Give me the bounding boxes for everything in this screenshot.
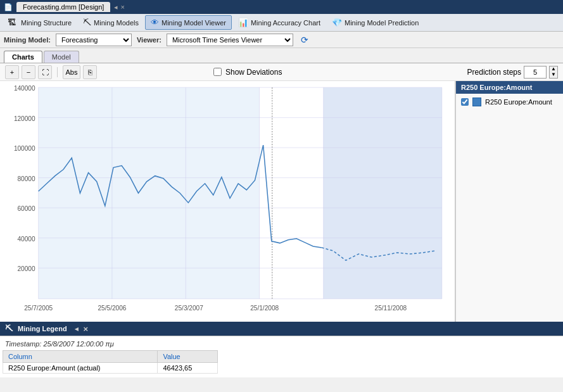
refresh-btn[interactable]: ⟳ [298, 34, 311, 46]
title-pin[interactable]: ◂ [114, 3, 118, 11]
mining-legend-body: Timestamp: 25/8/2007 12:00:00 πμ Column … [0, 336, 563, 377]
legend-item-checkbox[interactable] [461, 98, 469, 106]
y-label-0: 140000 [14, 85, 35, 92]
mining-model-prediction-btn[interactable]: 💎 Mining Model Prediction [327, 16, 424, 29]
mining-legend-close[interactable]: × [84, 324, 89, 334]
mining-models-btn[interactable]: ⛏ Mining Models [78, 16, 144, 29]
x-label-0: 25/7/2005 [24, 305, 53, 312]
mining-legend-header: ⛏ Mining Legend ◂ × [0, 322, 563, 336]
x-label-1: 25/5/2006 [98, 305, 126, 312]
title-close[interactable]: × [120, 3, 124, 11]
region-5 [186, 87, 259, 299]
mining-legend-title: Mining Legend [18, 325, 67, 332]
prediction-steps-input[interactable]: 5 [524, 66, 547, 79]
prediction-icon: 💎 [332, 18, 342, 27]
title-tab[interactable]: Forecasting.dmm [Design] [16, 2, 110, 12]
y-label-2: 100000 [14, 145, 35, 152]
show-deviations-checkbox[interactable] [213, 68, 222, 76]
tab-charts[interactable]: Charts [4, 51, 42, 63]
zoom-out-btn[interactable]: − [22, 65, 35, 79]
legend-panel: R250 Europe:Amount R250 Europe:Amount [455, 81, 563, 322]
legend-table: Column Value R250 Europe:Amount (actual)… [3, 350, 218, 374]
x-label-4: 25/11/2008 [375, 305, 407, 312]
copy-btn[interactable]: ⎘ [83, 65, 97, 79]
table-cell-column: R250 Europe:Amount (actual) [3, 363, 158, 374]
show-deviations-area: Show Deviations [213, 68, 282, 77]
show-deviations-label: Show Deviations [225, 68, 282, 77]
y-label-4: 60000 [17, 205, 35, 212]
viewer-icon: 👁 [151, 18, 159, 27]
legend-item-1: R250 Europe:Amount [456, 94, 563, 110]
mining-model-select[interactable]: Forecasting [56, 34, 132, 46]
model-row: Mining Model: Forecasting Viewer: Micros… [0, 32, 563, 48]
prediction-steps-spinner: ▲ ▼ [549, 66, 558, 79]
table-cell-value: 46423,65 [158, 363, 218, 374]
mining-structure-btn[interactable]: 🏗Mining Structure [3, 16, 77, 29]
expand-btn[interactable]: ⛶ [38, 65, 52, 79]
legend-color-box [472, 98, 481, 106]
mining-structure-icon: 🏗 [8, 18, 16, 27]
forecast-region [324, 87, 442, 299]
chart-toolbar: + − ⛶ Abs ⎘ Show Deviations Prediction s… [0, 63, 563, 81]
x-label-3: 25/1/2008 [250, 305, 279, 312]
mining-model-label: Mining Model: [4, 36, 51, 44]
tabs-row: Charts Model [0, 48, 563, 63]
viewer-label: Viewer: [137, 36, 161, 44]
chart-area: 140000 120000 100000 80000 60000 40000 2… [0, 81, 455, 322]
region-3 [112, 87, 186, 299]
y-label-6: 20000 [17, 265, 35, 272]
accuracy-icon: 📊 [238, 18, 248, 27]
abs-btn[interactable]: Abs [63, 65, 80, 79]
main-content: 140000 120000 100000 80000 60000 40000 2… [0, 81, 563, 322]
mining-legend-icon: ⛏ [5, 324, 13, 333]
legend-item-label: R250 Europe:Amount [485, 98, 552, 106]
tab-model[interactable]: Model [44, 51, 79, 63]
table-row: R250 Europe:Amount (actual) 46423,65 [3, 363, 218, 374]
y-label-1: 120000 [14, 115, 35, 122]
main-toolbar: 🏗Mining Structure ⛏ Mining Models 👁 Mini… [0, 14, 563, 32]
col-header-column: Column [3, 351, 158, 363]
mining-models-icon: ⛏ [83, 18, 91, 27]
mining-model-viewer-btn[interactable]: 👁 Mining Model Viewer [145, 15, 232, 30]
timestamp-row: Timestamp: 25/8/2007 12:00:00 πμ [0, 339, 563, 349]
y-label-5: 40000 [17, 236, 35, 243]
zoom-in-btn[interactable]: + [5, 65, 19, 79]
prediction-steps-down[interactable]: ▼ [550, 72, 557, 78]
y-label-3: 80000 [17, 175, 35, 182]
title-bar-tabs: 📄 Forecasting.dmm [Design] ◂ × [4, 2, 125, 12]
file-icon: 📄 [4, 3, 13, 11]
x-label-2: 25/3/2007 [175, 305, 203, 312]
viewer-select[interactable]: Microsoft Time Series Viewer [167, 34, 293, 46]
col-header-value: Value [158, 351, 218, 363]
mining-accuracy-chart-btn[interactable]: 📊 Mining Accuracy Chart [233, 16, 326, 29]
title-bar: 📄 Forecasting.dmm [Design] ◂ × [0, 0, 563, 14]
prediction-steps-label: Prediction steps [467, 68, 521, 77]
mining-legend-pin[interactable]: ◂ [75, 325, 79, 333]
legend-panel-header: R250 Europe:Amount [456, 81, 563, 94]
prediction-steps-area: Prediction steps 5 ▲ ▼ [467, 66, 558, 79]
toolbar-separator-1 [57, 67, 58, 77]
